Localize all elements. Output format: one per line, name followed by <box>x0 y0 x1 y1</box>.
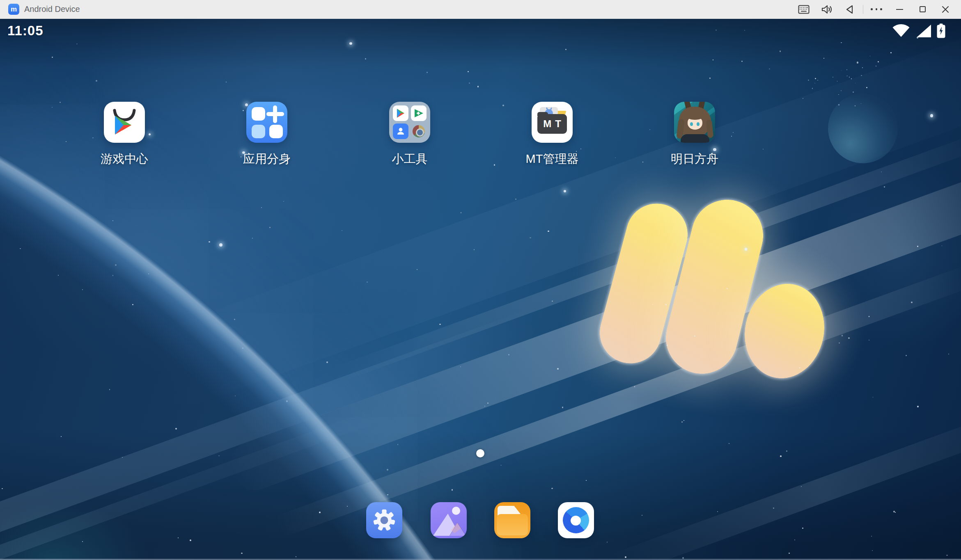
dock-files-icon[interactable] <box>494 502 530 538</box>
app-mt-manager[interactable]: MT MT管理器 <box>511 102 593 167</box>
game-center-icon <box>104 102 145 143</box>
page-indicator-dot[interactable] <box>476 449 484 457</box>
app-arknights[interactable]: 明日方舟 <box>654 102 736 167</box>
volume-icon[interactable] <box>815 0 838 19</box>
chrome-mini-icon <box>411 123 427 139</box>
window-title: Android Device <box>24 5 80 14</box>
mumu-logo-icon: m <box>8 4 19 15</box>
controls-divider <box>863 5 863 14</box>
status-time: 11:05 <box>7 23 44 39</box>
wallpaper-planet-small <box>828 94 898 163</box>
play-games-mini-icon <box>411 105 427 121</box>
app-widgets-folder[interactable]: 小工具 <box>369 102 451 167</box>
status-bar: 11:05 <box>0 19 961 40</box>
window-titlebar[interactable]: m Android Device <box>0 0 961 19</box>
keyboard-icon[interactable] <box>792 0 815 19</box>
app-game-center[interactable]: 游戏中心 <box>83 102 165 167</box>
back-icon[interactable] <box>838 0 861 19</box>
play-store-mini-icon <box>393 105 408 121</box>
widgets-folder-icon <box>389 102 430 143</box>
more-options-icon[interactable] <box>865 0 888 19</box>
wifi-icon <box>892 23 911 38</box>
mt-folder-label: MT <box>537 114 567 134</box>
arknights-icon <box>674 102 715 143</box>
contacts-mini-icon <box>393 123 408 139</box>
mt-manager-icon: MT <box>532 102 573 143</box>
window-controls <box>792 0 957 18</box>
dock-gallery-icon[interactable] <box>431 502 467 538</box>
maximize-button[interactable] <box>911 0 934 19</box>
app-label: 小工具 <box>392 151 428 167</box>
app-label: 游戏中心 <box>101 151 148 167</box>
emulator-window: m Android Device <box>0 0 961 560</box>
app-app-clone[interactable]: 应用分身 <box>226 102 308 167</box>
app-label: MT管理器 <box>526 151 579 167</box>
dock-settings-icon[interactable] <box>366 502 402 538</box>
close-button[interactable] <box>934 0 957 19</box>
minimize-button[interactable] <box>888 0 911 19</box>
app-clone-icon <box>246 102 287 143</box>
cellular-signal-icon <box>915 24 932 38</box>
app-label: 应用分身 <box>243 151 291 167</box>
battery-charging-icon <box>937 23 945 38</box>
app-label: 明日方舟 <box>671 151 718 167</box>
android-home-screen: 11:05 <box>0 19 961 560</box>
dock-browser-icon[interactable] <box>558 502 594 538</box>
